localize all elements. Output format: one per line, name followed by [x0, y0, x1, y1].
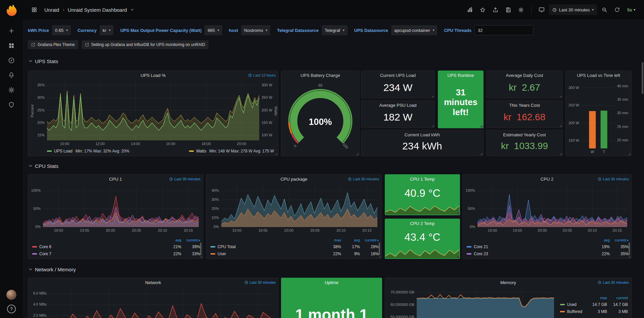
- variable-ups-datasource[interactable]: UPS Datasource apcupsd-container▾: [354, 25, 438, 35]
- legend-item-ups-load[interactable]: UPS Load Min: 17% Max: 32% Avg: 20%: [47, 149, 129, 153]
- legend-sort-avg[interactable]: avg: [163, 238, 181, 242]
- legend-sort-max[interactable]: max: [322, 238, 341, 242]
- dashboard-settings-gear-icon[interactable]: [516, 4, 526, 15]
- sidebar-item-dashboards[interactable]: [4, 38, 19, 53]
- memory-chart[interactable]: [386, 287, 557, 318]
- panel-time-badge[interactable]: Last 30 minutes: [348, 177, 379, 181]
- panel-resize-handle[interactable]: [378, 256, 381, 258]
- legend-scrollbar[interactable]: [379, 242, 380, 255]
- panel-title-memory[interactable]: Memory: [385, 278, 631, 287]
- variable-host[interactable]: host Nostromo▾: [229, 25, 270, 35]
- panel-title-ups-load[interactable]: UPS Load %: [28, 71, 278, 80]
- dashboard-link-plex-theme[interactable]: Grafana Plex Theme: [28, 40, 78, 49]
- panel-resize-handle[interactable]: [457, 256, 459, 258]
- panel-resize-handle[interactable]: [457, 212, 459, 214]
- legend-sort-avg[interactable]: avg: [341, 238, 360, 242]
- panel-title-ups-load-vs-time[interactable]: UPS Load vs Time left: [566, 71, 631, 80]
- dashboard-link-ups-monitoring-guide[interactable]: Setting up Grafana and InfluxDB for UPS …: [82, 40, 209, 49]
- share-icon[interactable]: [490, 4, 501, 15]
- legend-scrollbar[interactable]: [200, 242, 201, 255]
- grafana-logo-icon[interactable]: [5, 3, 18, 16]
- sidebar-item-explore[interactable]: [4, 53, 19, 68]
- cpu1-chart[interactable]: [30, 183, 201, 233]
- panel-resize-handle[interactable]: [628, 153, 631, 155]
- sidebar-item-alerting[interactable]: [4, 68, 19, 83]
- panel-title-estimated-yearly-cost[interactable]: Estimated Yearly Cost: [487, 130, 562, 139]
- panel-title-cpu2-temp[interactable]: CPU 2 Temp: [385, 219, 460, 228]
- legend-row-cpu-total[interactable]: CPU Total 38% 17% 28%: [211, 243, 379, 250]
- panel-time-badge[interactable]: Last 30 minutes: [598, 177, 629, 181]
- panel-resize-handle[interactable]: [431, 125, 434, 127]
- panel-title-this-years-cost[interactable]: This Years Cost: [487, 101, 562, 109]
- panel-time-badge[interactable]: Last 30 minutes: [169, 177, 200, 181]
- sidebar-item-server-admin[interactable]: [4, 97, 19, 112]
- panel-title-average-psu-load[interactable]: Average PSU Load: [361, 101, 434, 109]
- panel-resize-handle[interactable]: [200, 256, 202, 258]
- chevron-down-icon[interactable]: [130, 8, 134, 12]
- legend-sort-max[interactable]: max: [586, 296, 607, 300]
- time-range-picker[interactable]: Last 30 minutes ▾: [549, 4, 597, 15]
- legend-sort-current[interactable]: current ▾: [610, 238, 629, 242]
- panel-resize-handle[interactable]: [559, 95, 562, 97]
- legend-row-core7[interactable]: Core 7 22% 33%: [32, 250, 200, 257]
- breadcrumb-folder[interactable]: Unraid: [44, 7, 59, 13]
- panel-resize-handle[interactable]: [628, 256, 631, 258]
- panel-time-badge[interactable]: Last 30 minutes: [244, 280, 276, 284]
- panel-title-network[interactable]: Network: [28, 278, 278, 287]
- legend-row-buffered[interactable]: Buffered 3 MB 3 MB: [560, 308, 628, 315]
- panel-title-average-daily-cost[interactable]: Average Daily Cost: [487, 71, 562, 80]
- ups-load-chart[interactable]: [29, 80, 277, 146]
- star-icon[interactable]: [477, 4, 488, 15]
- panel-title-current-ups-load[interactable]: Current UPS Load: [361, 71, 434, 80]
- variable-telegraf-datasource[interactable]: Telegraf Datasource Telegraf▾: [277, 25, 348, 35]
- panel-title-uptime[interactable]: Uptime: [281, 278, 382, 287]
- panel-title-cpu1-temp[interactable]: CPU 1 Temp: [385, 175, 460, 183]
- help-icon[interactable]: ?: [7, 305, 16, 313]
- user-avatar[interactable]: [6, 290, 16, 300]
- ups-load-vs-time-chart[interactable]: [566, 79, 631, 155]
- panel-resize-handle[interactable]: [356, 153, 359, 155]
- panel-resize-handle[interactable]: [559, 153, 562, 155]
- page-scrollbar[interactable]: [642, 62, 643, 94]
- save-icon[interactable]: [503, 4, 514, 15]
- legend-row-user[interactable]: User 22% 9% 16%: [211, 250, 379, 257]
- cpu-threads-input[interactable]: 32: [474, 25, 534, 35]
- panel-title-ups-runtime[interactable]: UPS Runtime: [438, 71, 483, 80]
- panel-resize-handle[interactable]: [480, 125, 482, 127]
- panel-resize-handle[interactable]: [275, 153, 277, 155]
- variable-ups-max-output[interactable]: UPS Max Output Power Capacity (Watt) 865…: [120, 25, 222, 35]
- variable-kwh-price[interactable]: kWh Price 0.65▾: [28, 25, 71, 35]
- panel-time-badge[interactable]: Last 12 hours: [248, 73, 276, 77]
- variable-currency[interactable]: Currency kr▾: [78, 25, 113, 35]
- panel-resize-handle[interactable]: [431, 95, 434, 97]
- legend-row-core6[interactable]: Core 6 21% 39%: [32, 243, 200, 250]
- legend-sort-avg[interactable]: avg: [591, 238, 610, 242]
- page-title[interactable]: Unraid System Dashboard: [68, 7, 127, 13]
- legend-row-core21[interactable]: Core 21 19% 35%: [467, 243, 629, 250]
- legend-scrollbar[interactable]: [629, 242, 630, 255]
- cpu2-chart[interactable]: [464, 183, 630, 233]
- sidebar-item-configuration[interactable]: [4, 83, 19, 97]
- legend-sort-current[interactable]: current ▾: [181, 238, 200, 242]
- panel-resize-handle[interactable]: [559, 125, 562, 127]
- row-header-network-memory[interactable]: Network / Memory: [26, 265, 79, 273]
- ups-battery-gauge[interactable]: [282, 79, 359, 155]
- cycle-view-monitor-icon[interactable]: [536, 4, 547, 15]
- refresh-icon[interactable]: [612, 4, 623, 15]
- zoom-out-icon[interactable]: [599, 4, 610, 15]
- legend-row-used[interactable]: Used 14.7 GB 14.7 GB: [560, 301, 628, 308]
- panel-time-badge[interactable]: Last 30 minutes: [598, 280, 629, 284]
- panel-title-current-load-kwh[interactable]: Current Load kWh: [361, 130, 483, 139]
- legend-sort-current[interactable]: current ▾: [360, 238, 379, 242]
- row-header-ups-stats[interactable]: UPS Stats: [26, 57, 61, 65]
- refresh-interval-picker[interactable]: 5s ▾: [625, 4, 638, 15]
- cpu-package-chart[interactable]: [208, 183, 380, 233]
- panel-resize-handle[interactable]: [480, 153, 482, 155]
- panel-title-ups-battery[interactable]: UPS Battery Charge: [281, 71, 359, 80]
- add-panel-icon[interactable]: [465, 4, 475, 15]
- legend-item-watts[interactable]: Watts Min: 148 W Max: 278 W Avg: 175 W: [189, 149, 274, 153]
- legend-sort-current[interactable]: current: [607, 296, 628, 300]
- row-header-cpu-stats[interactable]: CPU Stats: [26, 162, 61, 170]
- network-chart[interactable]: [30, 287, 277, 318]
- sidebar-item-create[interactable]: [4, 24, 19, 38]
